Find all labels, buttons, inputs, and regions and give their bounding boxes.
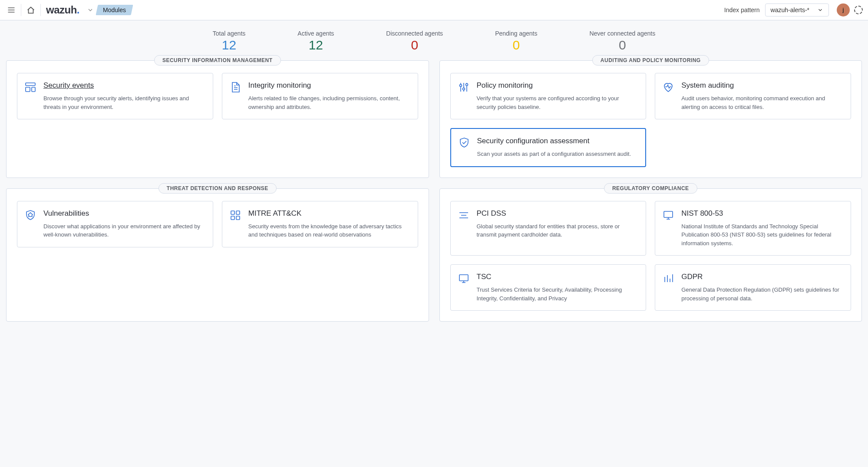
stat-active-agents[interactable]: Active agents12 (297, 30, 334, 53)
shieldcheck-icon (458, 136, 470, 158)
index-pattern-value: wazuh-alerts-* (771, 7, 809, 13)
panel-title: REGULATORY COMPLIANCE (604, 183, 697, 194)
module-card-title: System auditing (681, 81, 844, 90)
stat-label: Never connected agents (589, 30, 655, 37)
panel-auditing-policy: AUDITING AND POLICY MONITORING Policy mo… (439, 60, 862, 178)
module-card-nist-800-53[interactable]: NIST 800-53National Institute of Standar… (655, 201, 851, 256)
module-card-pci-dss[interactable]: PCI DSSGlobal security standard for enti… (450, 201, 647, 256)
module-card-desc: Global security standard for entities th… (477, 222, 639, 239)
module-card-desc: Verify that your systems are configured … (477, 94, 639, 111)
module-card-integrity-monitoring[interactable]: Integrity monitoringAlerts related to fi… (222, 73, 418, 119)
module-card-title: NIST 800-53 (681, 209, 844, 218)
index-pattern-label: Index pattern (724, 7, 760, 13)
shieldbug-icon (24, 208, 36, 239)
module-card-vulnerabilities[interactable]: VulnerabilitiesDiscover what application… (17, 201, 213, 247)
module-card-title: TSC (477, 273, 639, 281)
module-card-title: MITRE ATT&CK (248, 209, 411, 218)
module-card-desc: Scan your assets as part of a configurat… (477, 150, 639, 158)
user-avatar[interactable]: j (837, 3, 850, 16)
breadcrumb-label: Modules (103, 7, 126, 13)
grid-icon (229, 208, 241, 239)
module-card-title: PCI DSS (477, 209, 639, 218)
brand-logo[interactable]: wazuh. (43, 4, 84, 16)
module-card-title: Security configuration assessment (477, 137, 639, 145)
breadcrumb-chevron (84, 7, 97, 13)
divider (40, 4, 41, 16)
screen-icon (458, 272, 470, 303)
module-card-title: Vulnerabilities (43, 209, 206, 218)
module-card-tsc[interactable]: TSCTrust Services Criteria for Security,… (450, 264, 647, 311)
screen-icon (662, 208, 674, 248)
module-card-title: Security events (43, 81, 206, 90)
stat-disconnected-agents[interactable]: Disconnected agents0 (386, 30, 443, 53)
module-card-mitre-att-ck[interactable]: MITRE ATT&CKSecurity events from the kno… (222, 201, 418, 247)
module-card-policy-monitoring[interactable]: Policy monitoringVerify that your system… (450, 73, 647, 119)
index-pattern-select[interactable]: wazuh-alerts-* (765, 3, 829, 16)
avatar-initial: j (842, 7, 844, 13)
dashboard-icon (24, 80, 36, 111)
module-card-desc: Security events from the knowledge base … (248, 222, 411, 239)
module-card-gdpr[interactable]: GDPRGeneral Data Protection Regulation (… (655, 264, 851, 311)
brand-name: wazuh (46, 4, 77, 16)
file-icon (229, 80, 241, 111)
module-card-desc: Alerts related to file changes, includin… (248, 94, 411, 111)
heartbeat-icon (662, 80, 674, 111)
module-card-security-events[interactable]: Security eventsBrowse through your secur… (17, 73, 213, 119)
agent-stats-row: Total agents12Active agents12Disconnecte… (0, 20, 868, 60)
module-card-system-auditing[interactable]: System auditingAudit users behavior, mon… (655, 73, 851, 119)
stat-label: Total agents (213, 30, 246, 37)
stat-pending-agents[interactable]: Pending agents0 (495, 30, 537, 53)
stat-value: 0 (589, 38, 655, 53)
module-card-desc: Trust Services Criteria for Security, Av… (477, 286, 639, 303)
bars-icon (662, 272, 674, 303)
module-card-desc: Audit users behavior, monitoring command… (681, 94, 844, 111)
chevron-down-icon (817, 7, 823, 13)
module-card-title: Integrity monitoring (248, 81, 411, 90)
module-card-desc: General Data Protection Regulation (GDPR… (681, 286, 844, 303)
stat-value: 0 (495, 38, 537, 53)
panel-title: AUDITING AND POLICY MONITORING (592, 55, 709, 66)
app-header: wazuh. Modules Index pattern wazuh-alert… (0, 0, 868, 20)
home-icon (26, 5, 36, 15)
stat-label: Active agents (297, 30, 334, 37)
menu-icon (7, 6, 16, 14)
panel-title: THREAT DETECTION AND RESPONSE (158, 183, 277, 194)
stat-value: 12 (213, 38, 246, 53)
module-card-desc: National Institute of Standards and Tech… (681, 222, 844, 248)
stat-label: Pending agents (495, 30, 537, 37)
module-card-desc: Discover what applications in your envir… (43, 222, 206, 239)
module-card-title: GDPR (681, 273, 844, 281)
stat-value: 0 (386, 38, 443, 53)
stat-value: 12 (297, 38, 334, 53)
news-feed-button[interactable] (854, 6, 863, 14)
stat-total-agents[interactable]: Total agents12 (213, 30, 246, 53)
module-card-title: Policy monitoring (477, 81, 639, 90)
home-button[interactable] (23, 2, 39, 18)
stat-never-connected-agents[interactable]: Never connected agents0 (589, 30, 655, 53)
stat-label: Disconnected agents (386, 30, 443, 37)
nav-toggle-button[interactable] (3, 2, 19, 18)
modules-grid: SECURITY INFORMATION MANAGEMENT Security… (0, 60, 868, 335)
panel-security-info-mgmt: SECURITY INFORMATION MANAGEMENT Security… (6, 60, 429, 178)
panel-regulatory-compliance: REGULATORY COMPLIANCE PCI DSSGlobal secu… (439, 188, 862, 322)
module-card-desc: Browse through your security alerts, ide… (43, 94, 206, 111)
chevron-down-icon (87, 7, 94, 13)
divider (21, 4, 21, 16)
sliders-icon (458, 80, 470, 111)
brand-dot: . (77, 4, 79, 16)
panel-threat-detection: THREAT DETECTION AND RESPONSE Vulnerabil… (6, 188, 429, 322)
breadcrumb-current[interactable]: Modules (96, 5, 133, 15)
panel-title: SECURITY INFORMATION MANAGEMENT (154, 55, 281, 66)
module-card-security-configuration-assessment[interactable]: Security configuration assessmentScan yo… (450, 128, 647, 167)
lines-icon (458, 208, 470, 248)
